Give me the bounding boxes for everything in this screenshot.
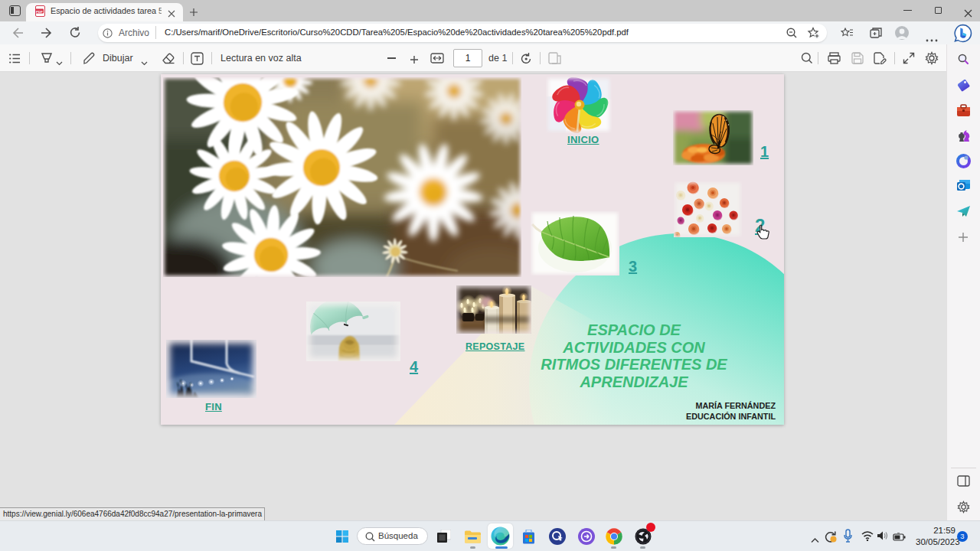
svg-text:PDF: PDF: [36, 10, 43, 14]
